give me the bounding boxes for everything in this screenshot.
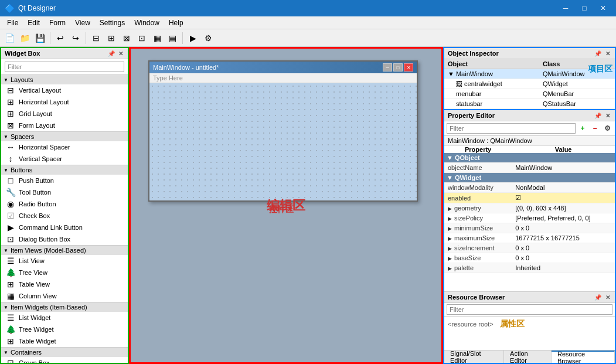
rb-close[interactable]: ✕ <box>604 294 611 301</box>
widget-item-tool-button[interactable]: 🔧 Tool Button <box>1 186 128 198</box>
grid-layout-icon: ⊞ <box>6 109 15 118</box>
widget-item-tree-widget[interactable]: 🌲 Tree Widget <box>1 324 128 335</box>
menu-window[interactable]: Window <box>130 18 164 28</box>
widget-item-radio-button[interactable]: ◉ Radio Button <box>1 198 128 210</box>
tab-action-editor[interactable]: Action Editor <box>504 351 552 363</box>
pe-prop-palette[interactable]: ▶palette Inherited <box>444 263 615 273</box>
widget-item-form-layout[interactable]: ⊠ Form Layout <box>1 120 128 131</box>
toolbar-undo[interactable]: ↩ <box>53 31 67 45</box>
rb-filter-input[interactable] <box>447 304 612 315</box>
toolbar-preview[interactable]: ▶ <box>186 31 200 45</box>
resource-root-label: <resource root> <box>448 321 494 328</box>
menu-view[interactable]: View <box>70 18 95 28</box>
toolbar-layout2[interactable]: ⊞ <box>104 31 118 45</box>
pe-pin[interactable]: 📌 <box>593 113 603 119</box>
toolbar-layout6[interactable]: ▤ <box>165 31 179 45</box>
inner-min-button[interactable]: ─ <box>383 63 392 72</box>
section-layouts[interactable]: ▼ Layouts <box>1 74 128 84</box>
menu-settings[interactable]: Settings <box>95 18 130 28</box>
rb-pin[interactable]: 📌 <box>593 294 603 301</box>
minimumsize-arrow[interactable]: ▶ <box>448 226 452 232</box>
toolbar-layout4[interactable]: ⊡ <box>135 31 149 45</box>
widget-item-check-box[interactable]: ☑ Check Box <box>1 210 128 222</box>
title-bar: 🔷 Qt Designer ─ □ ✕ <box>0 0 616 16</box>
section-spacers[interactable]: ▼ Spacers <box>1 131 128 141</box>
menu-form[interactable]: Form <box>45 18 70 28</box>
oi-pin[interactable]: 📌 <box>593 50 603 57</box>
widget-item-tree-view[interactable]: 🌲 Tree View <box>1 267 128 278</box>
pe-prop-geometry[interactable]: ▶geometry [(0, 0), 603 x 448] <box>444 203 615 213</box>
menu-file[interactable]: File <box>2 18 23 28</box>
toolbar-settings[interactable]: ⚙ <box>201 31 215 45</box>
sizeincrement-arrow[interactable]: ▶ <box>448 246 452 251</box>
widget-item-horizontal-layout[interactable]: ⊞ Horizontal Layout <box>1 96 128 108</box>
pe-prop-objectname[interactable]: objectName MainWindow <box>444 163 615 173</box>
pe-col-value: Value <box>512 146 615 153</box>
widget-item-dialog-button[interactable]: ⊡ Dialog Button Box <box>1 233 128 245</box>
horizontal-layout-icon: ⊞ <box>6 97 15 107</box>
toolbar-layout5[interactable]: ▦ <box>150 31 164 45</box>
oi-close[interactable]: ✕ <box>604 50 611 57</box>
menu-help[interactable]: Help <box>164 18 188 28</box>
widget-item-push-button[interactable]: □ Push Button <box>1 175 128 186</box>
oi-row-menubar[interactable]: menubar QMenuBar <box>444 89 615 99</box>
pe-prop-sizepolicy[interactable]: ▶sizePolicy [Preferred, Preferred, 0, 0] <box>444 213 615 223</box>
inner-max-button[interactable]: □ <box>393 63 403 72</box>
section-buttons[interactable]: ▼ Buttons <box>1 165 128 175</box>
pe-scroll[interactable]: Property Value ▼ QObject objectName Main… <box>444 146 615 291</box>
tool-button-label: Tool Button <box>19 189 51 196</box>
pe-prop-geometry-name: ▶geometry <box>444 203 512 213</box>
pe-add-button[interactable]: + <box>577 123 588 134</box>
widget-item-vertical-layout[interactable]: ⊟ Vertical Layout <box>1 84 128 96</box>
widget-item-command-link[interactable]: ▶ Command Link Button <box>1 222 128 233</box>
containers-arrow: ▼ <box>4 350 8 355</box>
pe-prop-maximumsize[interactable]: ▶maximumSize 16777215 x 16777215 <box>444 233 615 243</box>
tab-resource-browser[interactable]: Resource Browser <box>552 351 615 363</box>
section-item-widgets[interactable]: ▼ Item Widgets (Item-Based) <box>1 302 128 312</box>
widget-item-group-box[interactable]: ⊡ Group Box <box>1 357 128 363</box>
widget-item-column-view[interactable]: ▦ Column View <box>1 290 128 302</box>
palette-arrow[interactable]: ▶ <box>448 266 452 271</box>
toolbar-save[interactable]: 💾 <box>33 31 47 45</box>
widget-item-horizontal-spacer[interactable]: ↔ Horizontal Spacer <box>1 141 128 153</box>
inner-close-button[interactable]: ✕ <box>404 63 413 72</box>
toolbar-layout3[interactable]: ⊠ <box>120 31 134 45</box>
widget-box-pin[interactable]: 📌 <box>107 50 116 57</box>
widget-item-table-widget[interactable]: ⊞ Table Widget <box>1 335 128 347</box>
menu-edit[interactable]: Edit <box>23 18 45 28</box>
section-item-views[interactable]: ▼ Item Views (Model-Based) <box>1 245 128 255</box>
pe-prop-sizepolicy-value: [Preferred, Preferred, 0, 0] <box>512 213 615 223</box>
oi-row-centralwidget[interactable]: 🖼 centralwidget QWidget <box>444 79 615 89</box>
widget-item-table-view[interactable]: ⊞ Table View <box>1 278 128 290</box>
maximize-button[interactable]: □ <box>576 2 593 14</box>
widget-item-grid-layout[interactable]: ⊞ Grid Layout <box>1 108 128 120</box>
basesize-arrow[interactable]: ▶ <box>448 256 452 261</box>
toolbar-redo[interactable]: ↪ <box>69 31 83 45</box>
pe-close[interactable]: ✕ <box>604 113 611 119</box>
pe-prop-minimumsize[interactable]: ▶minimumSize 0 x 0 <box>444 223 615 233</box>
widget-box-filter[interactable] <box>5 62 124 72</box>
pe-prop-basesize[interactable]: ▶baseSize 0 x 0 <box>444 253 615 263</box>
minimize-button[interactable]: ─ <box>557 2 574 14</box>
geometry-arrow[interactable]: ▶ <box>448 206 452 212</box>
inner-window-canvas[interactable] <box>149 83 417 200</box>
close-button[interactable]: ✕ <box>595 2 611 14</box>
pe-prop-sizeincrement[interactable]: ▶sizeIncrement 0 x 0 <box>444 243 615 253</box>
maximumsize-arrow[interactable]: ▶ <box>448 236 452 241</box>
widget-item-list-view[interactable]: ☰ List View <box>1 255 128 267</box>
pe-gear-button[interactable]: ⚙ <box>602 123 612 134</box>
section-containers[interactable]: ▼ Containers <box>1 347 128 357</box>
widget-item-list-widget[interactable]: ☰ List Widget <box>1 312 128 324</box>
pe-remove-button[interactable]: − <box>590 123 600 134</box>
toolbar-new[interactable]: 📄 <box>2 31 16 45</box>
pe-prop-enabled[interactable]: enabled ☑ <box>444 193 615 203</box>
toolbar-layout1[interactable]: ⊟ <box>89 31 103 45</box>
pe-prop-windowmodality[interactable]: windowModality NonModal <box>444 183 615 193</box>
tab-signal-slot[interactable]: Signal/Slot Editor <box>444 351 504 363</box>
widget-box-close[interactable]: ✕ <box>117 50 124 57</box>
sizepolicy-arrow[interactable]: ▶ <box>448 216 452 222</box>
toolbar-open[interactable]: 📁 <box>18 31 32 45</box>
widget-item-vertical-spacer[interactable]: ↕ Vertical Spacer <box>1 153 128 165</box>
pe-filter-input[interactable] <box>447 123 576 134</box>
oi-row-statusbar[interactable]: statusbar QStatusBar <box>444 99 615 109</box>
